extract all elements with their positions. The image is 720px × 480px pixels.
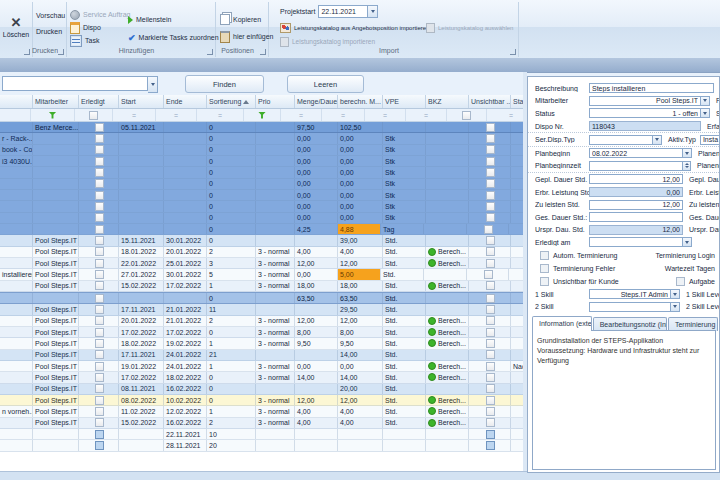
unsichtbar-checkbox[interactable] xyxy=(486,350,495,359)
column-header-bkz[interactable]: BKZ xyxy=(426,95,469,108)
erledigt-checkbox[interactable] xyxy=(95,259,104,268)
table-row[interactable]: Pool Steps.IT18.02.202219.02.202213 - no… xyxy=(0,338,523,349)
column-header-mit[interactable]: Mitarbeiter xyxy=(33,95,79,108)
table-row[interactable]: Benz Merce...05.11.2021097,50102,50 xyxy=(0,122,523,133)
filter-cell-vpe[interactable]: = xyxy=(365,109,406,121)
table-row[interactable]: 00,000,00Stk xyxy=(0,201,523,212)
table-row[interactable]: Pool Steps.IT17.11.202121.01.20221129,50… xyxy=(0,304,523,315)
dialog-launcher-icon[interactable] xyxy=(24,49,30,55)
dropdown-arrow-icon[interactable] xyxy=(671,289,680,299)
erledigt-checkbox[interactable] xyxy=(95,362,104,371)
unsichtbar-checkbox[interactable] xyxy=(486,384,495,393)
filter-cell-ende[interactable]: = xyxy=(156,109,197,121)
filter-cell-bkz[interactable]: = xyxy=(406,109,447,121)
filter-equals-icon[interactable]: = xyxy=(174,112,178,119)
dispo-button[interactable]: Dispo xyxy=(70,22,101,33)
filter-equals-icon[interactable]: = xyxy=(424,112,428,119)
column-header-vpe[interactable]: VPE xyxy=(383,95,426,108)
unsichtbar-checkbox[interactable] xyxy=(486,373,495,382)
skill-combo[interactable]: Steps.IT Admin xyxy=(589,289,671,299)
column-header-desc[interactable] xyxy=(0,95,33,108)
erledigt-checkbox[interactable] xyxy=(95,157,104,166)
erledigt-checkbox[interactable] xyxy=(95,441,104,450)
erledigt-checkbox[interactable] xyxy=(95,270,104,279)
unsichtbar-checkbox[interactable] xyxy=(486,407,495,416)
table-row[interactable]: r - Rack-...00,000,00Stk xyxy=(0,133,523,144)
table-row[interactable]: Pool Steps.IT17.02.202218.02.202203 - no… xyxy=(0,372,523,383)
field-secondary[interactable]: Insta xyxy=(700,135,720,145)
unsichtbar-checkbox[interactable] xyxy=(486,305,495,314)
checkbox[interactable] xyxy=(540,251,549,260)
erledigt-checkbox[interactable] xyxy=(95,281,104,290)
erledigt-checkbox[interactable] xyxy=(95,168,104,177)
filter-checkbox[interactable] xyxy=(462,111,471,120)
erledigt-checkbox[interactable] xyxy=(95,418,104,427)
filter-cell-desc[interactable] xyxy=(0,109,31,121)
unsichtbar-checkbox[interactable] xyxy=(486,396,495,405)
table-row[interactable]: 00,000,00Stk xyxy=(0,213,523,224)
unsichtbar-checkbox[interactable] xyxy=(486,202,495,211)
unsichtbar-checkbox[interactable] xyxy=(486,441,495,450)
dropdown-arrow-icon[interactable] xyxy=(683,237,692,247)
unsichtbar-checkbox[interactable] xyxy=(486,259,495,268)
task-button[interactable]: Task xyxy=(70,35,99,46)
tab-terminierung-in[interactable]: Terminierung In xyxy=(668,317,718,331)
erledigt-checkbox[interactable] xyxy=(95,191,104,200)
table-row[interactable]: 22.11.202110 xyxy=(0,429,523,440)
lk-import-button[interactable]: Leistungskatalog importieren xyxy=(280,36,375,47)
table-row[interactable]: 00,000,00Stk xyxy=(0,179,523,190)
delete-button[interactable]: ✕ Löschen xyxy=(1,6,31,48)
table-row[interactable]: Pool Steps.IT08.02.202210.02.202203 - no… xyxy=(0,395,523,406)
checkbox[interactable] xyxy=(540,277,549,286)
filter-cell-ber[interactable]: = xyxy=(322,109,365,121)
tasks-zuordnen-button[interactable]: ✔ Markierte Tasks zuordnen xyxy=(128,32,219,43)
checkbox[interactable] xyxy=(676,277,685,286)
erledigt-checkbox[interactable] xyxy=(95,213,104,222)
filter-equals-icon[interactable]: = xyxy=(299,112,303,119)
dialog-launcher-icon[interactable] xyxy=(58,49,64,55)
filter-cell-status[interactable]: = xyxy=(487,109,524,121)
erledigt-checkbox[interactable] xyxy=(95,373,104,382)
clear-button[interactable]: Leeren xyxy=(287,75,364,93)
filter-checkbox[interactable] xyxy=(89,111,98,120)
filter-equals-icon[interactable]: = xyxy=(383,112,387,119)
erledigt-checkbox[interactable] xyxy=(95,145,104,154)
field-num[interactable] xyxy=(589,212,683,222)
projektstart-datepicker[interactable]: 22.11.2021 xyxy=(318,6,378,17)
filter-cell-menge[interactable]: = xyxy=(281,109,322,121)
column-header-sort[interactable]: Sortierung xyxy=(207,95,256,108)
erledigt-checkbox[interactable] xyxy=(95,328,104,337)
dropdown-arrow-icon[interactable] xyxy=(671,302,680,312)
table-row[interactable]: book - Co...00,000,00Stk xyxy=(0,145,523,156)
lk-auswaehlen-button[interactable]: Leistungskatalog auswählen xyxy=(426,22,514,33)
unsichtbar-checkbox[interactable] xyxy=(486,281,495,290)
table-row[interactable]: Pool Steps.IT08.11.202116.02.2022020,00S… xyxy=(0,384,523,395)
table-row[interactable]: 28.11.202120 xyxy=(0,440,523,451)
filter-equals-icon[interactable]: = xyxy=(341,112,345,119)
dialog-launcher-icon[interactable] xyxy=(510,49,516,55)
unsichtbar-checkbox[interactable] xyxy=(486,339,495,348)
erledigt-checkbox[interactable] xyxy=(95,123,104,132)
filter-funnel-icon[interactable] xyxy=(258,112,266,119)
service-auftrag-button[interactable]: Service Auftrag xyxy=(70,9,130,20)
table-row[interactable]: Pool Steps.IT18.01.202220.01.202223 - no… xyxy=(0,247,523,258)
search-dropdown-arrow-icon[interactable] xyxy=(148,76,158,93)
unsichtbar-checkbox[interactable] xyxy=(486,430,495,439)
table-row[interactable]: installierenPool Steps.IT27.01.202230.01… xyxy=(0,269,523,280)
filter-equals-icon[interactable]: = xyxy=(218,112,222,119)
table-row[interactable]: Pool Steps.IT15.02.202216.02.202223 - no… xyxy=(0,418,523,429)
table-row[interactable]: 063,5063,50Std. xyxy=(0,292,523,304)
erledigt-checkbox[interactable] xyxy=(95,179,104,188)
table-row[interactable]: n vorneh...Pool Steps.IT11.02.202212.02.… xyxy=(0,406,523,417)
dropdown-arrow-icon[interactable] xyxy=(701,96,710,106)
dropdown-arrow-icon[interactable] xyxy=(653,135,662,145)
filter-cell-mit[interactable] xyxy=(31,109,75,121)
unsichtbar-checkbox[interactable] xyxy=(486,213,495,222)
checkbox[interactable] xyxy=(540,264,549,273)
field-num[interactable]: 12,00 xyxy=(589,200,683,210)
table-row[interactable]: Pool Steps.IT15.02.202217.02.202213 - no… xyxy=(0,281,523,292)
unsichtbar-checkbox[interactable] xyxy=(486,157,495,166)
erledigt-checkbox[interactable] xyxy=(95,202,104,211)
table-row[interactable]: Pool Steps.IT15.11.202130.01.2022039,00S… xyxy=(0,235,523,246)
erledigt-checkbox[interactable] xyxy=(95,407,104,416)
